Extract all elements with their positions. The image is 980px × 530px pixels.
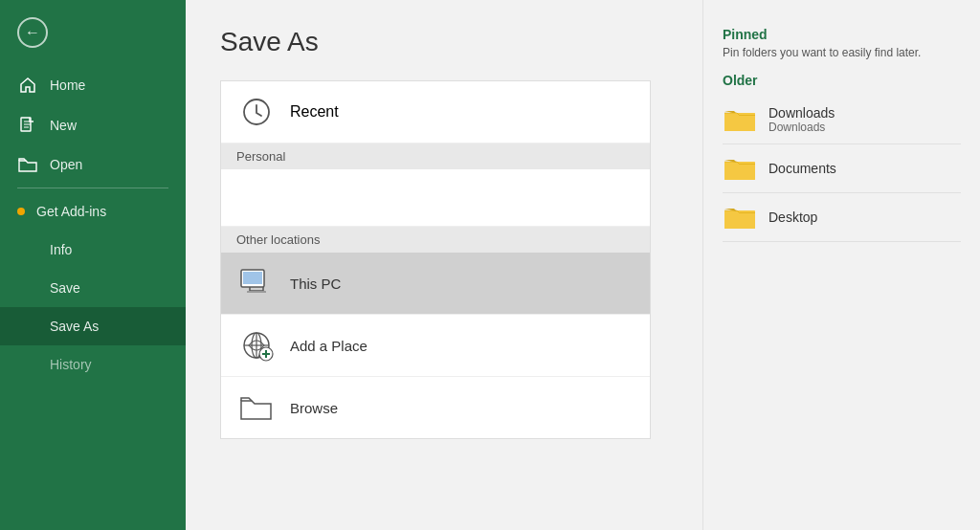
other-locations-section-label: Other locations	[221, 227, 650, 253]
back-arrow-icon: ←	[25, 25, 40, 40]
right-panel: Pinned Pin folders you want to easily fi…	[702, 0, 980, 530]
folder-documents-icon	[723, 154, 757, 183]
sidebar-item-save[interactable]: Save	[0, 269, 186, 307]
sidebar-item-save-as[interactable]: Save As	[0, 307, 186, 345]
open-icon	[17, 157, 38, 172]
folder-downloads-name: Downloads	[768, 105, 835, 121]
this-pc-icon	[236, 266, 277, 300]
sidebar-item-history-label: History	[50, 357, 92, 372]
browse-label: Browse	[290, 400, 338, 416]
folder-desktop-details: Desktop	[768, 210, 817, 225]
svg-rect-14	[724, 210, 755, 229]
sidebar-item-info-label: Info	[50, 242, 72, 257]
browse-location-item[interactable]: Browse	[221, 377, 650, 438]
folder-item-documents[interactable]: Documents	[723, 144, 961, 193]
add-a-place-icon	[236, 328, 277, 363]
sidebar-item-get-add-ins[interactable]: Get Add-ins	[0, 192, 186, 231]
sidebar-item-open[interactable]: Open	[0, 145, 186, 184]
sidebar: ← Home New Open	[0, 0, 186, 530]
browse-icon	[236, 390, 277, 425]
sidebar-item-new[interactable]: New	[0, 105, 186, 145]
sidebar-item-save-as-label: Save As	[50, 319, 99, 334]
sidebar-item-info[interactable]: Info	[0, 231, 186, 269]
sidebar-item-home[interactable]: Home	[0, 65, 186, 105]
folder-downloads-icon	[723, 105, 757, 134]
clock-icon	[236, 95, 277, 129]
new-icon	[17, 117, 38, 134]
svg-rect-12	[724, 113, 755, 131]
home-icon	[17, 77, 38, 94]
older-title: Older	[723, 73, 961, 88]
back-circle-icon: ←	[17, 17, 48, 48]
page-title: Save As	[220, 27, 668, 57]
folder-item-downloads[interactable]: Downloads Downloads	[723, 96, 961, 144]
add-a-place-label: Add a Place	[290, 338, 368, 354]
folder-downloads-details: Downloads Downloads	[768, 105, 835, 134]
folder-item-desktop[interactable]: Desktop	[723, 193, 961, 242]
folder-downloads-path: Downloads	[768, 121, 835, 134]
sidebar-item-get-add-ins-label: Get Add-ins	[36, 204, 106, 219]
recent-label: Recent	[290, 103, 339, 121]
sidebar-item-home-label: Home	[50, 77, 85, 93]
this-pc-location-item[interactable]: This PC	[221, 253, 650, 315]
sidebar-item-save-label: Save	[50, 280, 80, 296]
recent-location-item[interactable]: Recent	[221, 81, 650, 144]
dot-icon	[17, 208, 25, 215]
svg-rect-4	[247, 291, 266, 293]
folder-documents-details: Documents	[768, 161, 836, 176]
sidebar-divider	[17, 188, 168, 188]
this-pc-label: This PC	[290, 276, 341, 292]
sidebar-item-open-label: Open	[50, 157, 82, 172]
sidebar-item-new-label: New	[50, 118, 77, 133]
locations-panel: Recent Personal Other locations This PC	[220, 80, 651, 439]
back-button[interactable]: ←	[0, 0, 186, 65]
main-content: Save As Recent Personal Other locations	[186, 0, 702, 530]
svg-rect-3	[243, 272, 262, 284]
svg-rect-13	[724, 162, 755, 180]
personal-section-label: Personal	[221, 144, 650, 169]
folder-documents-name: Documents	[768, 161, 836, 176]
folder-desktop-name: Desktop	[768, 210, 817, 225]
pinned-title: Pinned	[723, 27, 961, 42]
personal-spacer	[221, 169, 650, 227]
add-a-place-location-item[interactable]: Add a Place	[221, 315, 650, 377]
sidebar-item-history[interactable]: History	[0, 345, 186, 384]
folder-desktop-icon	[723, 203, 757, 232]
pinned-subtitle: Pin folders you want to easily find late…	[723, 46, 961, 59]
